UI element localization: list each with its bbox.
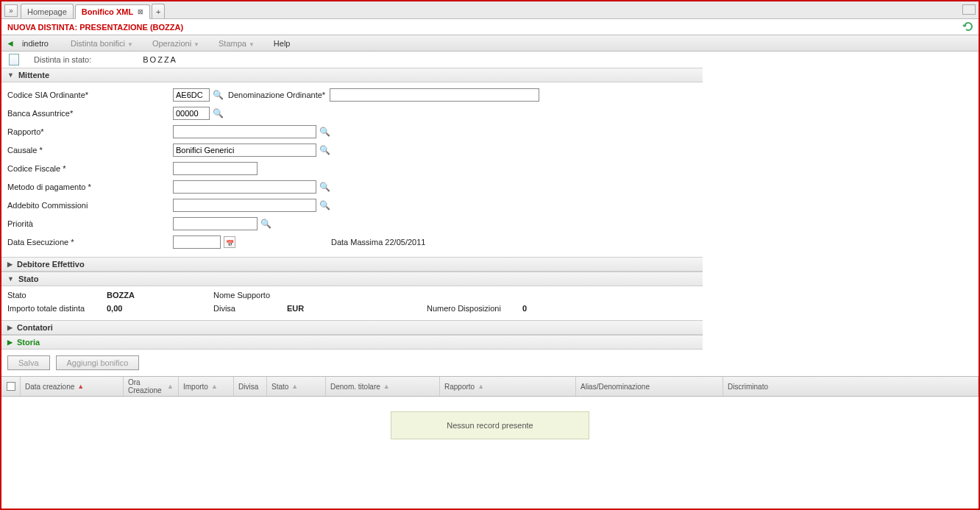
label-data-esecuzione: Data Esecuzione * xyxy=(7,238,173,247)
page-title-bar: NUOVA DISTINTA: PRESENTAZIONE (BOZZA) xyxy=(1,19,979,35)
tab-homepage[interactable]: Homepage xyxy=(21,4,74,18)
tab-bonifico-xml[interactable]: Bonifico XML ⊠ xyxy=(75,4,150,19)
collapse-icon: ▼ xyxy=(7,71,14,79)
chevron-down-icon: ▼ xyxy=(193,41,199,48)
input-priorita[interactable] xyxy=(173,217,258,230)
label-priorita: Priorità xyxy=(7,219,173,228)
label-importo-totale: Importo totale distinta xyxy=(7,304,107,313)
close-icon[interactable]: ⊠ xyxy=(138,8,143,15)
sort-icon: ▲ xyxy=(291,383,298,390)
section-mittente-header[interactable]: ▼ Mittente xyxy=(1,68,703,82)
value-divisa: EUR xyxy=(287,304,427,313)
calendar-icon[interactable]: 📅 xyxy=(224,236,235,248)
value-num-disposizioni: 0 xyxy=(522,304,552,313)
sort-icon: ▲ xyxy=(477,383,484,390)
tab-strip: » Homepage Bonifico XML ⊠ + xyxy=(1,1,979,19)
document-icon xyxy=(9,54,19,65)
menu-bar: ◄ indietro Distinta bonifici▼ Operazioni… xyxy=(1,35,979,52)
section-title: Debitore Effettivo xyxy=(17,260,85,269)
input-denominazione-ordinante[interactable] xyxy=(330,88,539,102)
input-addebito[interactable] xyxy=(173,199,316,212)
col-discriminato[interactable]: Discriminato xyxy=(723,377,979,396)
tab-overflow-button[interactable]: » xyxy=(4,4,18,17)
col-importo[interactable]: Importo ▲ xyxy=(179,377,234,396)
col-alias[interactable]: Alias/Denominazione xyxy=(576,377,723,396)
section-title: Mittente xyxy=(18,71,49,79)
sort-icon: ▲ xyxy=(167,383,174,390)
sort-icon: ▲ xyxy=(383,383,390,390)
empty-message: Nessun record presente xyxy=(391,411,589,439)
mittente-form: Codice SIA Ordinante* 🔍 Denominazione Or… xyxy=(1,82,703,257)
back-arrow-icon[interactable]: ◄ xyxy=(6,38,15,49)
window-menu-button[interactable] xyxy=(962,4,976,15)
input-metodo-pagamento[interactable] xyxy=(173,180,316,194)
input-data-esecuzione[interactable] xyxy=(173,235,221,249)
section-stato-header[interactable]: ▼ Stato xyxy=(1,272,703,286)
sort-asc-icon: ▲ xyxy=(77,383,84,390)
chevron-down-icon: ▼ xyxy=(127,41,133,48)
refresh-icon[interactable] xyxy=(962,21,974,32)
sort-icon: ▲ xyxy=(211,383,218,390)
collapse-icon: ▼ xyxy=(7,275,14,283)
input-codice-sia[interactable] xyxy=(173,88,210,102)
label-nome-supporto: Nome Supporto xyxy=(213,291,427,300)
lookup-icon[interactable]: 🔍 xyxy=(260,218,271,230)
status-value: BOZZA xyxy=(143,55,177,64)
input-codice-fiscale[interactable] xyxy=(173,162,258,175)
label-metodo-pagamento: Metodo di pagamento * xyxy=(7,183,173,191)
section-contatori-header[interactable]: ▶ Contatori xyxy=(1,320,703,335)
col-denom-titolare[interactable]: Denom. titolare ▲ xyxy=(326,377,440,396)
col-stato[interactable]: Stato ▲ xyxy=(267,377,326,396)
label-addebito: Addebito Commissioni xyxy=(7,201,173,210)
label-num-disposizioni: Numero Disposizioni xyxy=(427,304,522,313)
table-header: Data creazione ▲ Ora Creazione ▲ Importo… xyxy=(1,376,979,397)
label-rapporto: Rapporto* xyxy=(7,127,173,136)
lookup-icon[interactable]: 🔍 xyxy=(319,126,330,138)
tab-label: Homepage xyxy=(27,7,67,16)
label-banca: Banca Assuntrice* xyxy=(7,109,173,118)
add-bonifico-button[interactable]: Aggiungi bonifico xyxy=(56,355,140,370)
input-causale[interactable] xyxy=(173,144,316,157)
save-button[interactable]: Salva xyxy=(7,355,50,370)
section-title: Storia xyxy=(17,338,40,347)
status-label: Distinta in stato: xyxy=(34,55,91,64)
section-title: Contatori xyxy=(17,323,53,332)
tab-add-button[interactable]: + xyxy=(152,4,165,18)
lookup-icon[interactable]: 🔍 xyxy=(212,89,224,101)
results-table: Data creazione ▲ Ora Creazione ▲ Importo… xyxy=(1,376,979,439)
menu-stampa[interactable]: Stampa▼ xyxy=(214,38,259,49)
lookup-icon[interactable]: 🔍 xyxy=(319,199,330,211)
label-divisa: Divisa xyxy=(213,304,287,313)
tab-label: Bonifico XML xyxy=(82,7,133,16)
stato-panel: Stato BOZZA Nome Supporto Importo totale… xyxy=(1,286,703,320)
menu-distinta[interactable]: Distinta bonifici▼ xyxy=(66,38,138,49)
content-panel: Distinta in stato: BOZZA ▼ Mittente Codi… xyxy=(1,52,703,376)
page-title: NUOVA DISTINTA: PRESENTAZIONE (BOZZA) xyxy=(7,23,183,32)
menu-back[interactable]: indietro xyxy=(18,38,53,49)
col-ora-creazione[interactable]: Ora Creazione ▲ xyxy=(124,377,179,396)
section-title: Stato xyxy=(18,275,39,283)
menu-operazioni[interactable]: Operazioni▼ xyxy=(148,38,204,49)
value-importo-totale: 0,00 xyxy=(107,304,213,313)
chevron-down-icon: ▼ xyxy=(249,41,255,48)
col-divisa[interactable]: Divisa xyxy=(234,377,267,396)
input-rapporto[interactable] xyxy=(173,125,316,138)
col-data-creazione[interactable]: Data creazione ▲ xyxy=(21,377,124,396)
label-stato: Stato xyxy=(7,291,107,300)
label-codice-sia: Codice SIA Ordinante* xyxy=(7,91,173,99)
lookup-icon[interactable]: 🔍 xyxy=(319,181,330,193)
lookup-icon[interactable]: 🔍 xyxy=(212,107,224,119)
label-codice-fiscale: Codice Fiscale * xyxy=(7,164,173,173)
button-row: Salva Aggiungi bonifico xyxy=(1,350,703,376)
expand-icon: ▶ xyxy=(7,261,13,268)
col-rapporto[interactable]: Rapporto ▲ xyxy=(440,377,576,396)
section-debitore-header[interactable]: ▶ Debitore Effettivo xyxy=(1,257,703,272)
label-data-massima: Data Massima 22/05/2011 xyxy=(331,238,425,247)
select-all-checkbox[interactable] xyxy=(7,382,15,391)
lookup-icon[interactable]: 🔍 xyxy=(319,144,330,156)
input-banca[interactable] xyxy=(173,107,210,120)
menu-help[interactable]: Help xyxy=(269,38,295,49)
value-stato: BOZZA xyxy=(107,291,213,300)
section-storia-header[interactable]: ▶ Storia xyxy=(1,335,703,350)
label-denominazione-ordinante: Denominazione Ordinante* xyxy=(228,91,325,99)
